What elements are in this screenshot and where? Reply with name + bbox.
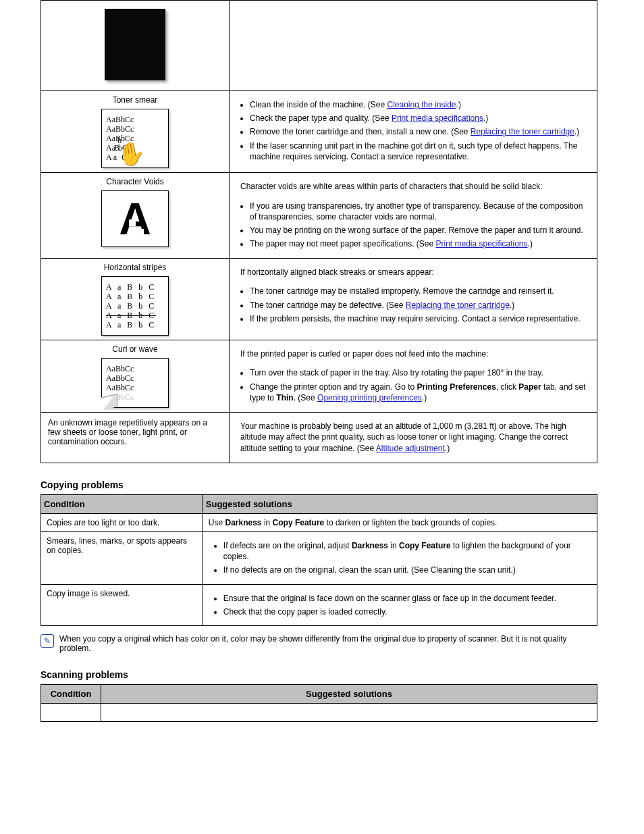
black-page-thumb-icon [105,9,165,80]
row-title: Character Voids [47,177,223,186]
table-row: Use Darkness in Copy Feature to darken o… [203,513,597,531]
row-title: Toner smear [47,95,223,105]
row-voids-solutions: Character voids are white areas within p… [230,173,597,259]
table-row: If defects are on the original, adjust D… [203,531,597,584]
row-altitude-cell: An unknown image repetitively appears on… [41,412,230,463]
link-altitude[interactable]: Altitude adjustment [376,444,445,453]
row-voids-cell: Character Voids A [41,173,230,259]
link-replace-toner[interactable]: Replacing the toner cartridge [471,127,574,136]
voids-thumb-icon: A [101,190,169,247]
curl-corner-icon [101,394,117,410]
col-condition: Condition [41,684,101,703]
link-printing-prefs[interactable]: Opening printing preferences [317,393,422,402]
note-icon: ✎ [41,634,54,648]
list-item: Clean the inside of the machine. (See Cl… [250,99,589,110]
col-condition: Condition [41,494,203,513]
table-row: Copy image is skewed. [41,584,203,625]
note-text: When you copy a original which has color… [59,634,597,653]
col-solutions: Suggested solutions [101,684,597,703]
list-item: The toner cartridge may be defective. (S… [250,300,589,311]
list-item: If you are using transparencies, try ano… [250,201,589,222]
row-hstripes-solutions: If horizontally aligned black streaks or… [230,258,597,340]
row-curl-solutions: If the printed paper is curled or paper … [230,340,597,412]
heading-copy-problems: Copying problems [41,479,644,490]
list-item: Check that the copy paper is loaded corr… [223,606,589,617]
smear-thumb-icon: AaBbCc AaBbCc AaBbbCc AaBbCc Aa Cc ✋ [101,109,169,168]
link-cleaning-inside[interactable]: Cleaning the inside [387,100,456,109]
list-item: Change the printer option and try again.… [250,382,589,403]
list-item: The toner cartridge may be installed imp… [250,286,589,296]
list-item: You may be printing on the wrong surface… [250,225,589,236]
link-replace-toner[interactable]: Replacing the toner cartridge [406,301,510,310]
list-item: If the laser scanning unit part in the m… [250,140,589,162]
hand-smear-icon: ✋ [115,140,146,167]
table-row: Smears, lines, marks, or spots appears o… [41,531,203,584]
scan-problems-table: Condition Suggested solutions [41,684,597,722]
print-quality-table: Toner smear AaBbCc AaBbCc AaBbbCc AaBbCc… [41,0,597,463]
row-blackpage-cell [41,1,230,91]
col-solutions: Suggested solutions [203,494,597,513]
curl-thumb-icon: AaBbCc AaBbCc AaBbCc AaBbCc [101,358,169,408]
row-blackpage-solutions [230,1,597,91]
link-media-spec[interactable]: Print media specifications [435,239,527,249]
table-row [101,703,597,721]
list-item: Turn over the stack of paper in the tray… [250,367,589,378]
list-item: The paper may not meet paper specificati… [250,238,589,249]
row-smear-solutions: Clean the inside of the machine. (See Cl… [230,91,597,173]
copy-problems-table: Condition Suggested solutions Copies are… [41,494,597,626]
table-row: Copies are too light or too dark. [41,513,203,531]
link-media-spec[interactable]: Print media specifications [392,113,483,123]
row-title: Curl or wave [47,344,223,354]
row-altitude-solutions: Your machine is probably being used at a… [230,412,597,463]
row-smear-cell: Toner smear AaBbCc AaBbCc AaBbbCc AaBbCc… [41,91,230,173]
note-block: ✎ When you copy a original which has col… [41,634,597,653]
table-row: Ensure that the original is face down on… [203,584,597,625]
heading-scan-problems: Scanning problems [41,669,644,680]
list-item: If the problem persists, the machine may… [250,313,589,324]
list-item: Check the paper type and quality. (See P… [250,113,589,124]
intro-text: Character voids are white areas within p… [235,177,591,197]
list-item: Ensure that the original is face down on… [223,593,589,604]
list-item: If no defects are on the original, clean… [223,565,589,575]
row-curl-cell: Curl or wave AaBbCc AaBbCc AaBbCc AaBbCc [41,340,230,412]
row-hstripes-cell: Horizontal stripes A a B b C A a B b C A… [41,258,230,340]
list-item: If defects are on the original, adjust D… [223,540,589,562]
intro-text: If the printed paper is curled or paper … [235,344,591,364]
row-title: Horizontal stripes [47,263,223,272]
list-item: Remove the toner cartridge and then, ins… [250,126,589,137]
row-title: An unknown image repetitively appears on… [48,418,207,446]
table-row [41,703,101,721]
intro-text: If horizontally aligned black streaks or… [235,263,591,282]
hstripes-thumb-icon: A a B b C A a B b C A a B b C A a B b C … [101,276,169,336]
